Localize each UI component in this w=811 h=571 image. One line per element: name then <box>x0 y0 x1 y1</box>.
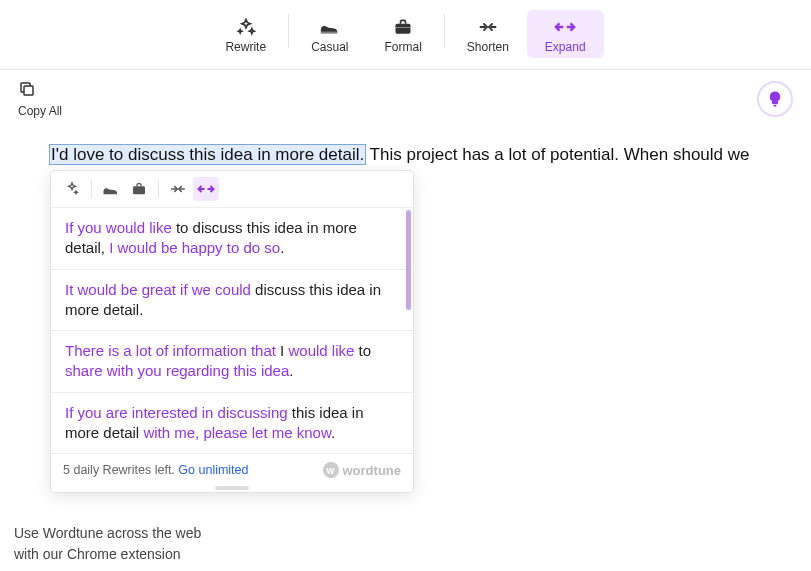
sub-toolbar: Copy All <box>0 70 811 118</box>
scrollbar-thumb[interactable] <box>406 210 411 310</box>
popup-expand-button[interactable] <box>193 177 219 201</box>
toolbar-divider <box>444 14 445 48</box>
expand-label: Expand <box>545 40 586 54</box>
rewrites-count: 5 daily Rewrites left. <box>63 463 178 477</box>
toolbar-group: Rewrite Casual Formal Shorten Expa <box>207 10 603 58</box>
formal-button[interactable]: Formal <box>366 10 439 58</box>
copy-icon <box>18 80 36 98</box>
shorten-label: Shorten <box>467 40 509 54</box>
expand-icon <box>554 16 576 38</box>
popup-shorten-button[interactable] <box>165 177 191 201</box>
main-toolbar: Rewrite Casual Formal Shorten Expa <box>0 0 811 70</box>
lightbulb-icon <box>766 90 784 108</box>
popup-toolbar <box>51 171 413 208</box>
expand-button[interactable]: Expand <box>527 10 604 58</box>
rewrite-button[interactable]: Rewrite <box>207 10 284 58</box>
toolbar-divider <box>288 14 289 48</box>
sparkle-icon <box>236 16 256 38</box>
casual-button[interactable]: Casual <box>293 10 366 58</box>
sneaker-icon <box>319 16 341 38</box>
copy-all-label: Copy All <box>18 104 62 118</box>
suggestion-item[interactable]: There is a lot of information that I wou… <box>51 331 413 393</box>
rewrite-label: Rewrite <box>225 40 266 54</box>
brand-logo: w wordtune <box>323 462 402 478</box>
promo-text: Use Wordtune across the web with our Chr… <box>14 523 201 565</box>
popup-casual-button[interactable] <box>98 177 124 201</box>
formal-label: Formal <box>384 40 421 54</box>
brand-icon: w <box>323 462 339 478</box>
ideas-button[interactable] <box>757 81 793 117</box>
suggestion-item[interactable]: If you would like to discuss this idea i… <box>51 208 413 270</box>
suggestions-list[interactable]: If you would like to discuss this idea i… <box>51 208 413 453</box>
promo-line2: with our Chrome extension <box>14 544 201 565</box>
rewrites-left-text: 5 daily Rewrites left. Go unlimited <box>63 463 249 477</box>
go-unlimited-link[interactable]: Go unlimited <box>178 463 248 477</box>
svg-rect-2 <box>24 86 33 95</box>
popup-divider <box>91 180 92 198</box>
selected-text: I'd love to discuss this idea in more de… <box>50 145 365 164</box>
brand-name: wordtune <box>343 463 402 478</box>
svg-rect-0 <box>396 24 411 34</box>
briefcase-icon <box>393 16 413 38</box>
shorten-button[interactable]: Shorten <box>449 10 527 58</box>
suggestion-item[interactable]: It would be great if we could discuss th… <box>51 270 413 332</box>
drag-handle[interactable] <box>51 486 413 492</box>
casual-label: Casual <box>311 40 348 54</box>
promo-line1: Use Wordtune across the web <box>14 523 201 544</box>
svg-rect-3 <box>774 105 777 107</box>
suggestions-popup: If you would like to discuss this idea i… <box>50 170 414 493</box>
popup-footer: 5 daily Rewrites left. Go unlimited w wo… <box>51 453 413 486</box>
svg-rect-4 <box>133 186 145 194</box>
svg-rect-1 <box>396 27 411 28</box>
popup-rewrite-button[interactable] <box>59 177 85 201</box>
popup-divider <box>158 180 159 198</box>
popup-formal-button[interactable] <box>126 177 152 201</box>
suggestion-item[interactable]: If you are interested in discussing this… <box>51 393 413 454</box>
shorten-icon <box>477 16 499 38</box>
copy-all-button[interactable]: Copy All <box>18 80 62 118</box>
